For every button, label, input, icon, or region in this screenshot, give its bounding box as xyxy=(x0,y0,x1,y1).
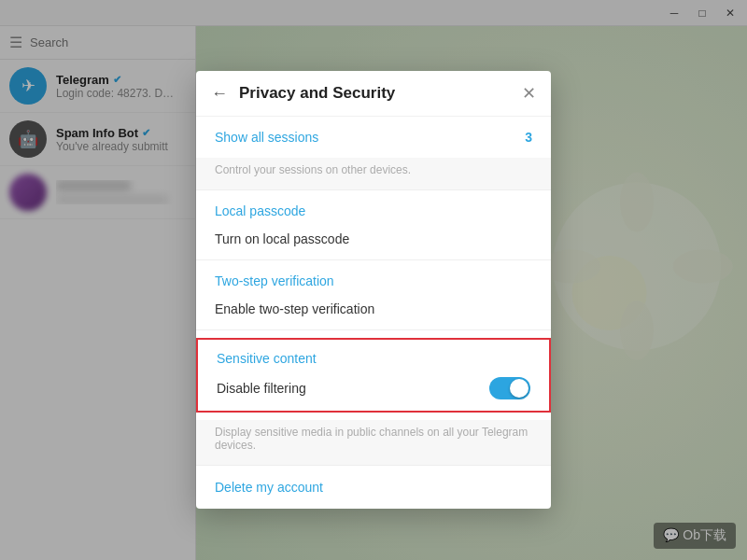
local-passcode-section: Local passcode Turn on local passcode xyxy=(196,190,551,259)
dialog-close-button[interactable]: ✕ xyxy=(522,85,536,102)
dialog-title: Privacy and Security xyxy=(239,84,522,103)
privacy-security-dialog: ← Privacy and Security ✕ Show all sessio… xyxy=(196,71,551,509)
sessions-label: Show all sessions xyxy=(215,130,318,145)
sessions-section: Show all sessions 3 Control your session… xyxy=(196,117,551,189)
sessions-description: Control your sessions on other devices. xyxy=(196,158,551,189)
local-passcode-header: Local passcode xyxy=(196,190,551,222)
dialog-body: Show all sessions 3 Control your session… xyxy=(196,117,551,509)
two-step-section: Two-step verification Enable two-step ve… xyxy=(196,260,551,329)
local-passcode-item[interactable]: Turn on local passcode xyxy=(196,222,551,259)
disable-filtering-row: Disable filtering xyxy=(198,370,549,411)
delete-account-label: Delete my account xyxy=(215,480,323,495)
back-button[interactable]: ← xyxy=(211,85,228,102)
sessions-count: 3 xyxy=(525,130,532,145)
modal-overlay: ← Privacy and Security ✕ Show all sessio… xyxy=(0,0,747,560)
divider-3 xyxy=(196,329,551,330)
disable-filtering-label: Disable filtering xyxy=(217,381,306,396)
show-all-sessions-row[interactable]: Show all sessions 3 xyxy=(196,117,551,158)
sensitive-description: Display sensitive media in public channe… xyxy=(196,420,551,465)
two-step-header: Two-step verification xyxy=(196,260,551,292)
sensitive-header: Sensitive content xyxy=(198,340,549,370)
delete-account-row[interactable]: Delete my account xyxy=(196,466,551,509)
disable-filtering-toggle[interactable] xyxy=(489,377,530,399)
dialog-header: ← Privacy and Security ✕ xyxy=(196,71,551,117)
two-step-item[interactable]: Enable two-step verification xyxy=(196,292,551,329)
sensitive-content-section: Sensitive content Disable filtering xyxy=(196,338,551,413)
